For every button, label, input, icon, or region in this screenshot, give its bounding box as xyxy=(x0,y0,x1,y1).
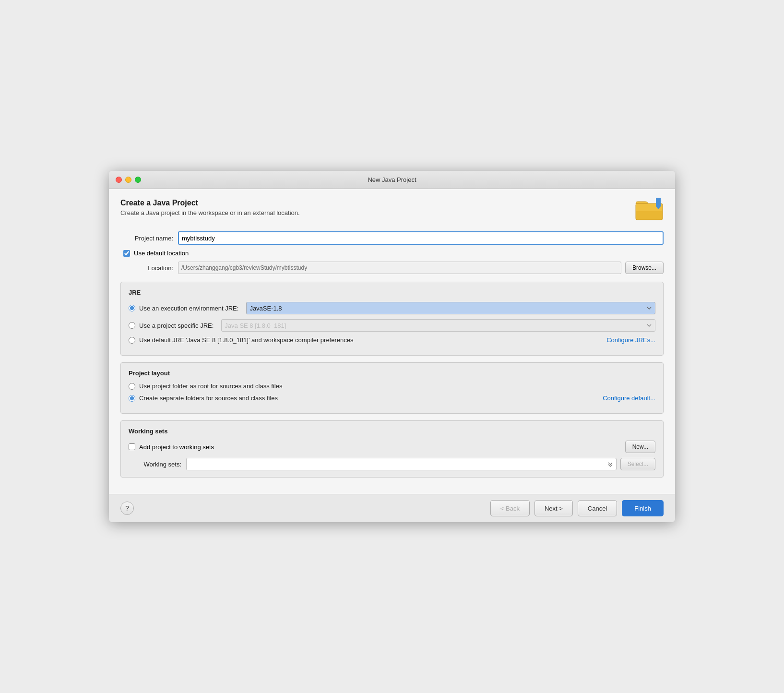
working-sets-select-row: Working sets: Select... xyxy=(129,458,655,470)
window-title: New Java Project xyxy=(368,176,416,183)
svg-rect-2 xyxy=(656,198,661,206)
browse-button[interactable]: Browse... xyxy=(625,262,664,274)
dialog-subtitle: Create a Java project in the workspace o… xyxy=(120,209,300,216)
titlebar: New Java Project xyxy=(109,171,675,189)
dialog-content: Create a Java Project Create a Java proj… xyxy=(109,189,675,494)
working-sets-label: Working sets: xyxy=(129,461,181,468)
use-default-location-label: Use default location xyxy=(134,250,189,257)
add-working-sets-row: Add project to working sets New... xyxy=(129,441,655,453)
add-working-sets-checkbox[interactable] xyxy=(129,443,135,450)
cancel-button[interactable]: Cancel xyxy=(578,500,617,516)
footer-buttons: < Back Next > Cancel Finish xyxy=(490,500,664,516)
working-sets-title: Working sets xyxy=(129,428,655,435)
dialog-footer: ? < Back Next > Cancel Finish xyxy=(109,494,675,522)
maximize-button[interactable] xyxy=(135,177,141,183)
project-name-label: Project name: xyxy=(120,235,173,242)
next-button[interactable]: Next > xyxy=(535,500,573,516)
back-button[interactable]: < Back xyxy=(490,500,530,516)
jre-option-2-row: Use a project specific JRE: Java SE 8 [1… xyxy=(129,319,655,332)
project-layout-title: Project layout xyxy=(129,370,655,377)
new-java-project-dialog: New Java Project Create a Java Project C… xyxy=(109,171,675,522)
configure-jres-link[interactable]: Configure JREs... xyxy=(606,336,655,344)
layout-root-label: Use project folder as root for sources a… xyxy=(139,382,282,390)
layout-separate-label: Create separate folders for sources and … xyxy=(139,394,278,402)
use-default-location-row: Use default location xyxy=(123,250,664,257)
jre-default-label: Use default JRE 'Java SE 8 [1.8.0_181]' … xyxy=(139,336,353,344)
select-working-sets-button[interactable]: Select... xyxy=(620,458,655,470)
dialog-header: Create a Java Project Create a Java proj… xyxy=(120,199,664,222)
jre-execution-env-label: Use an execution environment JRE: xyxy=(139,305,238,312)
layout-separate-radio[interactable] xyxy=(129,395,135,402)
minimize-button[interactable] xyxy=(125,177,131,183)
svg-rect-1 xyxy=(636,211,663,220)
jre-project-specific-select[interactable]: Java SE 8 [1.8.0_181] xyxy=(221,319,655,332)
jre-project-specific-radio[interactable] xyxy=(129,322,135,329)
help-button[interactable]: ? xyxy=(120,502,134,515)
layout-option-1-row: Use project folder as root for sources a… xyxy=(129,382,655,390)
jre-section-title: JRE xyxy=(129,289,655,296)
working-sets-select[interactable] xyxy=(186,458,617,470)
working-sets-section: Working sets Add project to working sets… xyxy=(120,420,664,478)
location-row: Location: Browse... xyxy=(120,262,664,274)
layout-root-radio[interactable] xyxy=(129,383,135,390)
footer-left: ? xyxy=(120,502,134,515)
configure-default-link[interactable]: Configure default... xyxy=(603,394,655,402)
location-label: Location: xyxy=(120,264,173,272)
use-default-location-checkbox[interactable] xyxy=(123,250,130,257)
folder-icon xyxy=(635,197,664,222)
jre-execution-env-select[interactable]: JavaSE-1.8 JavaSE-11 JavaSE-17 xyxy=(246,302,655,314)
new-working-set-button[interactable]: New... xyxy=(625,441,655,453)
location-input[interactable] xyxy=(178,262,621,274)
project-layout-section: Project layout Use project folder as roo… xyxy=(120,362,664,414)
jre-option-1-row: Use an execution environment JRE: JavaSE… xyxy=(129,302,655,314)
header-text: Create a Java Project Create a Java proj… xyxy=(120,199,300,216)
jre-execution-env-radio[interactable] xyxy=(129,305,135,311)
jre-default-radio[interactable] xyxy=(129,337,135,344)
close-button[interactable] xyxy=(116,177,122,183)
traffic-lights xyxy=(116,177,141,183)
project-name-input[interactable] xyxy=(178,231,664,245)
layout-option-2-row: Create separate folders for sources and … xyxy=(129,394,655,402)
jre-project-specific-label: Use a project specific JRE: xyxy=(139,322,214,329)
jre-section: JRE Use an execution environment JRE: Ja… xyxy=(120,282,664,356)
add-working-sets-label: Add project to working sets xyxy=(139,443,621,451)
dialog-title: Create a Java Project xyxy=(120,199,300,207)
project-name-row: Project name: xyxy=(120,231,664,245)
jre-option-3-row: Use default JRE 'Java SE 8 [1.8.0_181]' … xyxy=(129,336,655,344)
finish-button[interactable]: Finish xyxy=(622,500,664,516)
